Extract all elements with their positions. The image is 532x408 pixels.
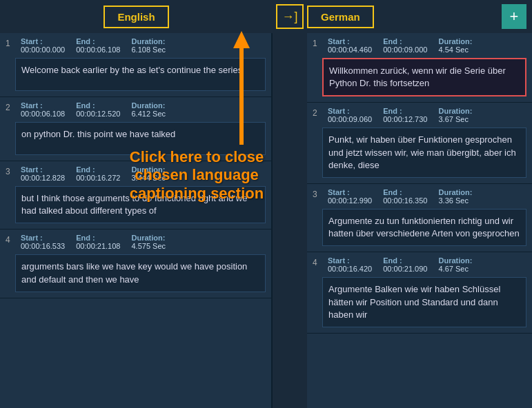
right-seg4-end-value: 00:00:21.090 [383,265,427,273]
left-seg1-text[interactable]: Welcome back earlier by the as let's con… [15,58,266,91]
left-seg4-header: 4 Start : 00:00:16.533 End : 00:00:21.10… [0,229,271,253]
right-seg1-dur-value: 4.54 Sec [438,45,472,54]
right-seg1-times: Start : 00:00:04.460 End : 00:00:09.000 … [328,37,526,54]
right-seg2-dur-label: Duration: [438,107,472,115]
right-seg3-dur-group: Duration: 3.36 Sec [438,188,472,205]
left-seg1-times: Start : 00:00:00.000 End : 00:00:06.108 … [21,37,266,54]
left-segment-2: 2 Start : 00:00:06.108 End : 00:00:12.52… [0,97,271,161]
right-seg4-start-value: 00:00:16.420 [328,265,372,273]
right-seg2-num: 2 [313,107,322,118]
left-seg3-dur-value: 3.444 Sec [131,174,166,182]
left-segment-3: 3 Start : 00:00:12.828 End : 00:00:16.27… [0,161,271,229]
middle-header: →] [273,0,307,33]
main-container: English →] German + 1 Start : [0,0,532,408]
right-seg4-end-group: End : 00:00:21.090 [383,256,427,273]
left-seg1-start-group: Start : 00:00:00.000 [21,37,65,54]
left-seg4-num: 4 [6,234,15,245]
left-seg2-times: Start : 00:00:06.108 End : 00:00:12.520 … [21,101,266,118]
left-seg4-text[interactable]: arguments bars like we have key would we… [15,254,266,292]
right-seg2-text[interactable]: Punkt, wir haben über Funktionen gesproc… [322,127,526,178]
left-seg3-start-value: 00:00:12.828 [21,174,65,182]
left-seg1-dur-label: Duration: [131,37,166,45]
german-panel-header: German + [307,0,532,33]
right-seg1-end-value: 00:00:09.000 [383,45,427,54]
right-segment-2: 2 Start : 00:00:09.060 End : 00:00:12.73… [307,103,532,184]
right-seg3-start-label: Start : [328,188,372,196]
right-segment-3: 3 Start : 00:00:12.990 End : 00:00:16.35… [307,184,532,252]
right-segment-4: 4 Start : 00:00:16.420 End : 00:00:21.09… [307,252,532,334]
left-seg4-times: Start : 00:00:16.533 End : 00:00:21.108 … [21,234,266,250]
left-seg3-dur-label: Duration: [131,165,166,174]
left-seg2-header: 2 Start : 00:00:06.108 End : 00:00:12.52… [0,97,271,121]
english-panel-header: English [0,0,273,33]
right-seg3-header: 3 Start : 00:00:12.990 End : 00:00:16.35… [307,184,532,207]
right-seg4-dur-label: Duration: [438,256,472,265]
left-seg1-start-label: Start : [21,37,65,45]
left-seg3-num: 3 [6,165,15,176]
left-seg1-end-group: End : 00:00:06.108 [76,37,120,54]
left-seg2-dur-group: Duration: 6.412 Sec [131,101,166,118]
left-seg3-header: 3 Start : 00:00:12.828 End : 00:00:16.27… [0,161,271,185]
right-seg2-header: 2 Start : 00:00:09.060 End : 00:00:12.73… [307,103,532,126]
right-seg2-start-group: Start : 00:00:09.060 [328,107,372,123]
left-seg2-dur-value: 6.412 Sec [131,110,166,118]
german-language-button[interactable]: German [307,6,374,28]
right-seg3-text[interactable]: Argumente zu tun funktionierten richtig … [322,209,526,246]
left-segment-1: 1 Start : 00:00:00.000 End : 00:00:06.10… [0,33,271,97]
left-seg4-dur-value: 4.575 Sec [131,242,166,250]
left-seg4-end-value: 00:00:21.108 [76,242,120,250]
right-seg3-end-value: 00:00:16.350 [383,196,427,205]
left-seg4-dur-label: Duration: [131,234,166,242]
left-seg2-dur-label: Duration: [131,101,166,110]
right-seg4-header: 4 Start : 00:00:16.420 End : 00:00:21.09… [307,252,532,276]
right-seg1-start-label: Start : [328,37,372,45]
transfer-icon: →] [282,10,297,24]
right-seg1-header: 1 Start : 00:00:04.460 End : 00:00:09.00… [307,33,532,57]
german-panel: 1 Start : 00:00:04.460 End : 00:00:09.00… [307,33,532,408]
left-seg4-start-label: Start : [21,234,65,242]
right-seg3-end-label: End : [383,188,427,196]
right-seg2-start-label: Start : [328,107,372,115]
right-seg4-start-label: Start : [328,256,372,265]
right-seg2-dur-group: Duration: 3.67 Sec [438,107,472,123]
right-seg4-end-label: End : [383,256,427,265]
left-seg1-dur-group: Duration: 6.108 Sec [131,37,166,54]
right-seg2-start-value: 00:00:09.060 [328,115,372,123]
right-seg3-end-group: End : 00:00:16.350 [383,188,427,205]
left-seg1-end-value: 00:00:06.108 [76,45,120,54]
right-seg3-dur-value: 3.36 Sec [438,196,472,205]
header-row: English →] German + [0,0,532,33]
left-seg4-start-value: 00:00:16.533 [21,242,65,250]
left-seg3-start-label: Start : [21,165,65,174]
left-seg3-dur-group: Duration: 3.444 Sec [131,165,166,182]
right-seg1-text[interactable]: Willkommen zurück, wenn wir die Serie üb… [322,58,526,96]
right-seg4-times: Start : 00:00:16.420 End : 00:00:21.090 … [328,256,526,273]
left-seg2-end-label: End : [76,101,120,110]
middle-divider [273,33,307,408]
left-seg1-header: 1 Start : 00:00:00.000 End : 00:00:06.10… [0,33,271,57]
left-seg2-text[interactable]: on python Dr. this point we have talked [15,122,266,155]
left-seg3-text[interactable]: but I think those arguments to do functi… [15,186,266,223]
left-seg4-dur-group: Duration: 4.575 Sec [131,234,166,250]
english-language-button[interactable]: English [104,6,168,28]
left-seg3-end-value: 00:00:16.272 [76,174,120,182]
left-seg1-dur-value: 6.108 Sec [131,45,166,54]
right-seg3-times: Start : 00:00:12.990 End : 00:00:16.350 … [328,188,526,205]
right-seg1-num: 1 [313,37,322,48]
right-seg2-times: Start : 00:00:09.060 End : 00:00:12.730 … [328,107,526,123]
right-seg3-dur-label: Duration: [438,188,472,196]
left-seg2-start-label: Start : [21,101,65,110]
add-language-button[interactable]: + [502,4,526,29]
right-seg2-dur-value: 3.67 Sec [438,115,472,123]
left-seg4-end-group: End : 00:00:21.108 [76,234,120,250]
right-seg1-dur-label: Duration: [438,37,472,45]
left-seg3-start-group: Start : 00:00:12.828 [21,165,65,182]
english-panel: 1 Start : 00:00:00.000 End : 00:00:06.10… [0,33,273,408]
transfer-button[interactable]: →] [276,4,304,29]
right-seg1-dur-group: Duration: 4.54 Sec [438,37,472,54]
right-seg4-text[interactable]: Argumente Balken wie wir haben Schlüssel… [322,277,526,327]
right-seg2-end-label: End : [383,107,427,115]
right-seg1-end-label: End : [383,37,427,45]
right-segment-1: 1 Start : 00:00:04.460 End : 00:00:09.00… [307,33,532,103]
left-seg1-start-value: 00:00:00.000 [21,45,65,54]
